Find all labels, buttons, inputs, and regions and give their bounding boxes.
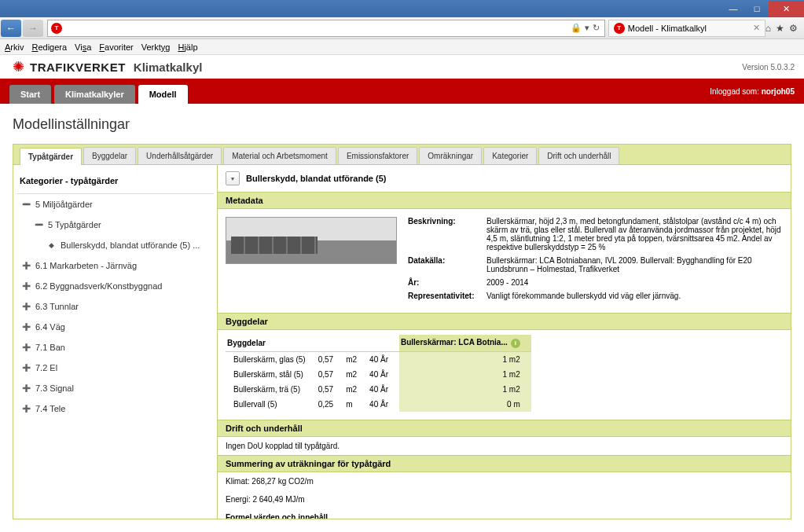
drift-text: Ingen DoU kopplad till typåtgärd. — [218, 437, 791, 455]
plus-icon: ➕ — [21, 343, 31, 351]
plus-icon: ➕ — [21, 303, 31, 310]
byggdelar-table: Byggdelar Bullerskärmar: LCA Botnia...i … — [226, 335, 531, 412]
tree-item[interactable]: ➕6.4 Väg — [17, 317, 214, 337]
main-tab-klimatkalkyler[interactable]: Klimatkalkyler — [54, 85, 135, 104]
tree-label: 5 Typåtgärder — [48, 220, 101, 229]
tree-item[interactable]: ➖5 Miljöåtgärder — [17, 194, 214, 215]
main-tab-start[interactable]: Start — [9, 85, 51, 104]
plus-icon: ➕ — [21, 323, 31, 331]
address-bar[interactable]: T 🔒 ▾ ↻ — [47, 20, 605, 37]
plus-icon: ➕ — [21, 262, 31, 270]
app-header: ✺ TRAFIKVERKET Klimatkalkyl Version 5.0.… — [0, 55, 804, 79]
menu-favoriter[interactable]: Favoriter — [99, 42, 133, 52]
menu-bar: Arkiv Redigera Visa Favoriter Verktyg Hj… — [0, 39, 804, 55]
tree-label: 6.1 Markarbeten - Järnväg — [35, 261, 137, 270]
tab-title: Modell - Klimatkalkyl — [628, 24, 707, 33]
tree-item[interactable]: ➕7.2 El — [17, 358, 214, 378]
sub-tab-0[interactable]: Typåtgärder — [20, 148, 82, 165]
klimat-value: Klimat: 268,27 kg CO2/m — [218, 472, 791, 490]
minus-icon: ➖ — [21, 200, 31, 208]
window-titlebar: — □ ✕ — [0, 0, 804, 17]
col-source: Bullerskärmar: LCA Botnia...i — [399, 335, 531, 352]
detail-title: Bullerskydd, blandat utförande (5) — [246, 174, 386, 183]
sub-tab-7[interactable]: Drift och underhåll — [538, 147, 619, 164]
byggdelar-header: Byggdelar — [218, 313, 791, 330]
meta-val-datakalla: Bullerskärmar: LCA Botniabanan, IVL 2009… — [486, 256, 783, 273]
site-icon: T — [51, 23, 62, 34]
tree-label: 7.2 El — [35, 363, 57, 372]
meta-label-beskrivning: Beskrivning: — [408, 217, 486, 251]
dropdown-icon[interactable]: ▾ — [585, 23, 589, 33]
menu-hjalp[interactable]: Hjälp — [178, 42, 197, 52]
meta-val-beskrivning: Bullerskärmar, höjd 2,3 m, med betongfun… — [486, 217, 783, 251]
tree-label: 7.4 Tele — [35, 404, 65, 413]
meta-val-ar: 2009 - 2014 — [486, 278, 783, 287]
drift-header: Drift och underhåll — [218, 420, 791, 437]
meta-label-ar: År: — [408, 278, 486, 287]
metadata-header: Metadata — [218, 192, 791, 209]
table-row: Bullervall (5)0,25m40 År0 m — [226, 397, 531, 412]
browser-toolbar: ← → T 🔒 ▾ ↻ T Modell - Klimatkalkyl ✕ ⌂ … — [0, 17, 804, 39]
maximize-button[interactable]: □ — [745, 1, 769, 17]
minimize-button[interactable]: — — [721, 1, 745, 17]
favorites-icon[interactable]: ★ — [776, 23, 784, 34]
tree-item[interactable]: ➖5 Typåtgärder — [17, 215, 214, 235]
meta-label-rep: Representativitet: — [408, 292, 486, 300]
menu-arkiv[interactable]: Arkiv — [5, 42, 24, 52]
table-row: Bullerskärm, stål (5)0,57m240 År1 m2 — [226, 367, 531, 382]
close-button[interactable]: ✕ — [769, 1, 804, 17]
home-icon[interactable]: ⌂ — [765, 23, 771, 34]
sub-tab-1[interactable]: Byggdelar — [83, 147, 136, 164]
menu-verktyg[interactable]: Verktyg — [141, 42, 171, 52]
table-row: Bullerskärm, trä (5)0,57m240 År1 m2 — [226, 382, 531, 397]
tree-label: 6.3 Tunnlar — [35, 302, 79, 311]
tree-item[interactable]: ➕6.1 Markarbeten - Järnväg — [17, 255, 214, 276]
menu-redigera[interactable]: Redigera — [31, 42, 67, 52]
login-info: Inloggad som: norjoh05 — [710, 87, 795, 96]
tree-label: 7.1 Ban — [35, 343, 65, 352]
tree-item[interactable]: ◆Bullerskydd, blandat utförande (5) ... — [17, 235, 214, 255]
tab-close-icon[interactable]: ✕ — [753, 23, 760, 33]
logo-icon: ✺ — [9, 58, 27, 75]
tools-icon[interactable]: ⚙ — [789, 23, 798, 34]
category-tree: Kategorier - typåtgärder ➖5 Miljöåtgärde… — [13, 165, 218, 519]
plus-icon: ➕ — [21, 364, 31, 372]
back-button[interactable]: ← — [1, 20, 21, 37]
version-label: Version 5.0.3.2 — [742, 63, 795, 72]
table-row: Bullerskärm, glas (5)0,57m240 År1 m2 — [226, 352, 531, 368]
detail-pane: ▾ Bullerskydd, blandat utförande (5) Met… — [218, 165, 791, 519]
energi-value: Energi: 2 640,49 MJ/m — [218, 490, 791, 508]
tab-favicon: T — [614, 23, 625, 34]
minus-icon: ➖ — [34, 221, 43, 229]
browser-tab[interactable]: T Modell - Klimatkalkyl ✕ — [608, 20, 765, 37]
sub-tab-6[interactable]: Kategorier — [483, 147, 537, 164]
lock-icon: 🔒 — [571, 23, 582, 33]
tree-item[interactable]: ➕7.3 Signal — [17, 378, 214, 398]
tree-label: 5 Miljöåtgärder — [35, 200, 93, 209]
brand-name: TRAFIKVERKET — [30, 61, 126, 74]
sub-tab-2[interactable]: Underhållsåtgärder — [138, 147, 222, 164]
tree-label: 6.4 Väg — [35, 322, 65, 332]
plus-icon: ➕ — [21, 405, 31, 413]
col-byggdelar: Byggdelar — [226, 335, 317, 352]
menu-visa[interactable]: Visa — [75, 42, 91, 52]
sub-tab-4[interactable]: Emissionsfaktorer — [338, 147, 417, 164]
info-icon[interactable]: i — [511, 339, 520, 348]
meta-val-rep: Vanligt förekommande bullerskydd vid väg… — [486, 292, 783, 300]
tree-label: 6.2 Byggnadsverk/Konstbyggnad — [35, 281, 162, 291]
refresh-icon[interactable]: ↻ — [593, 23, 600, 33]
thumbnail-image — [226, 217, 397, 264]
page-title: Modellinställningar — [13, 116, 791, 133]
main-tab-modell[interactable]: Modell — [138, 85, 188, 104]
forward-button[interactable]: → — [23, 20, 43, 37]
bullet-icon: ◆ — [46, 241, 56, 249]
tree-item[interactable]: ➕6.3 Tunnlar — [17, 296, 214, 317]
dropdown-toggle[interactable]: ▾ — [226, 171, 240, 185]
tree-item[interactable]: ➕7.1 Ban — [17, 337, 214, 358]
tree-item[interactable]: ➕7.4 Tele — [17, 398, 214, 419]
tree-item[interactable]: ➕6.2 Byggnadsverk/Konstbyggnad — [17, 276, 214, 296]
sub-tab-5[interactable]: Omräkningar — [419, 147, 482, 164]
app-name: Klimatkalkyl — [134, 61, 203, 74]
sub-tab-3[interactable]: Material och Arbetsmoment — [223, 147, 336, 164]
tree-title: Kategorier - typåtgärder — [17, 171, 214, 194]
